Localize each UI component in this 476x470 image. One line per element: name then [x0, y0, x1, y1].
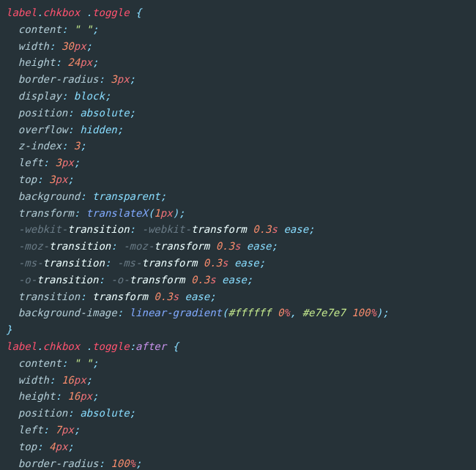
colon-icon: :	[37, 441, 42, 452]
semicolon-icon: ;	[247, 274, 253, 286]
brace-open-icon: {	[173, 340, 179, 352]
css-value: " "	[74, 357, 92, 369]
css-declaration: transform: translateX(1px);	[6, 207, 185, 219]
semicolon-icon: ;	[179, 207, 185, 219]
css-declaration: -ms-transition: -ms-transform 0.3s ease;	[6, 257, 265, 269]
selector-token: .	[37, 7, 42, 18]
css-declaration: width: 16px;	[6, 374, 92, 386]
css-code-block: label.chkbox .toggle { content: " "; wid…	[0, 0, 476, 470]
css-property: content	[18, 23, 62, 35]
colon-icon: :	[67, 124, 73, 135]
css-property: height	[18, 390, 56, 402]
selector-token	[80, 7, 86, 18]
colon-icon: :	[62, 23, 67, 35]
semicolon-icon: ;	[92, 357, 98, 369]
css-declaration: width: 30px;	[6, 40, 92, 52]
css-value: block	[74, 90, 105, 102]
selector-token: .	[86, 7, 92, 18]
colon-icon: :	[105, 257, 111, 269]
css-property: -o-transition	[18, 274, 99, 286]
css-declaration: content: " ";	[6, 357, 98, 369]
semicolon-icon: ;	[308, 223, 314, 235]
css-declaration: border-radius: 3px;	[6, 73, 135, 85]
css-value: " "	[74, 23, 92, 35]
css-property: top	[18, 174, 37, 185]
colon-icon: :	[49, 40, 55, 52]
semicolon-icon: ;	[67, 441, 73, 452]
css-property: background	[18, 190, 80, 202]
brace-close-icon: }	[6, 324, 12, 335]
selector-token: label	[6, 7, 37, 18]
css-value: 100%	[111, 458, 135, 469]
colon-icon: :	[80, 291, 86, 302]
semicolon-icon: ;	[67, 174, 73, 185]
semicolon-icon: ;	[74, 424, 80, 436]
css-value: -o-transform 0.3s ease	[111, 274, 246, 286]
colon-icon: :	[111, 240, 116, 252]
css-property: display	[18, 90, 62, 102]
css-declaration: transition: transform 0.3s ease;	[6, 291, 216, 302]
colon-icon: :	[67, 107, 73, 119]
semicolon-icon: ;	[272, 240, 278, 252]
selector-token: .	[86, 340, 92, 352]
colon-icon: :	[98, 274, 104, 286]
css-value: -moz-transform 0.3s ease	[123, 240, 271, 252]
css-declaration: top: 3px;	[6, 174, 74, 185]
css-declaration: border-radius: 100%;	[6, 458, 141, 469]
selector-token	[80, 340, 86, 352]
semicolon-icon: ;	[135, 458, 141, 469]
css-declaration: height: 16px;	[6, 390, 98, 402]
css-property: transition	[18, 291, 80, 302]
colon-icon: :	[98, 73, 104, 85]
semicolon-icon: ;	[92, 390, 98, 402]
selector-token: after	[135, 340, 166, 352]
selector-token: chkbox	[43, 7, 81, 18]
css-declaration: top: 4px;	[6, 441, 74, 452]
css-value: 7px	[55, 424, 73, 436]
colon-icon: :	[49, 374, 55, 386]
css-declaration: left: 3px;	[6, 157, 80, 168]
css-selector: label.chkbox .toggle {	[6, 7, 142, 18]
semicolon-icon: ;	[160, 190, 166, 202]
colon-icon: :	[67, 407, 73, 419]
css-property: left	[18, 424, 43, 436]
css-property: position	[18, 107, 67, 119]
css-declaration: -moz-transition: -moz-transform 0.3s eas…	[6, 240, 278, 252]
css-declaration: height: 24px;	[6, 56, 98, 68]
colon-icon: :	[62, 140, 67, 152]
selector-token: label	[6, 340, 37, 352]
css-value: linear-gradient(#ffffff 0%, #e7e7e7 100%…	[130, 307, 383, 318]
css-value: hidden	[80, 124, 117, 135]
colon-icon: :	[55, 56, 61, 68]
css-property: width	[18, 374, 49, 386]
brace-open-icon: {	[135, 7, 141, 18]
selector-token: chkbox	[43, 340, 81, 352]
css-value: -webkit-transform 0.3s ease	[141, 223, 308, 235]
colon-icon: :	[37, 174, 42, 185]
css-value: transparent	[92, 190, 160, 202]
css-value: 3px	[49, 174, 67, 185]
css-declaration: background: transparent;	[6, 190, 166, 202]
css-property: content	[18, 357, 62, 369]
semicolon-icon: ;	[130, 73, 135, 85]
css-value: 3px	[55, 157, 73, 168]
css-property: -moz-transition	[18, 240, 111, 252]
selector-token: .	[37, 340, 42, 352]
semicolon-icon: ;	[92, 56, 98, 68]
semicolon-icon: ;	[92, 23, 98, 35]
colon-icon: :	[43, 424, 49, 436]
selector-token: toggle	[92, 340, 130, 352]
colon-icon: :	[74, 207, 80, 219]
css-value: translateX(1px)	[86, 207, 179, 219]
semicolon-icon: ;	[130, 107, 135, 119]
css-property: top	[18, 441, 37, 452]
css-property: -webkit-transition	[18, 223, 130, 235]
css-value: 4px	[49, 441, 67, 452]
css-value: absolute	[80, 407, 129, 419]
semicolon-icon: ;	[105, 90, 111, 102]
css-property: border-radius	[18, 73, 99, 85]
css-declaration: overflow: hidden;	[6, 124, 123, 135]
semicolon-icon: ;	[259, 257, 265, 269]
css-value: 16px	[67, 390, 92, 402]
css-value: absolute	[80, 107, 129, 119]
